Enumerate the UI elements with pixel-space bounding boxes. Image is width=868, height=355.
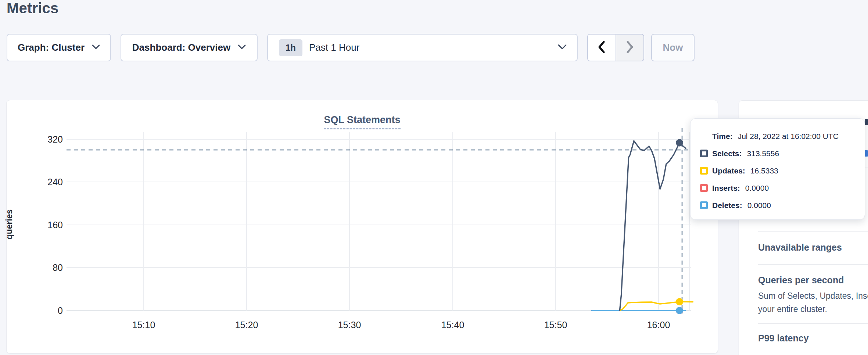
time-range-selector[interactable]: 1h Past 1 Hour [267,34,578,61]
deletes-hover-dot [676,307,683,314]
sidebar-item-description: your entire cluster. [758,304,827,314]
tooltip-series-row: Deletes: 0.0000 [700,197,865,214]
time-range-label: Past 1 Hour [309,42,359,53]
updates-legend-swatch [700,167,708,175]
chevron-down-icon [558,44,567,51]
sql-statements-chart-card: SQL Statements queries 320 240 160 80 0 … [6,100,718,354]
metrics-page: Metrics Graph: Cluster Dashboard: Overvi… [0,0,868,355]
previous-time-button[interactable] [588,35,616,61]
tooltip-time-label: Time: [712,132,733,141]
tooltip-series-value: 0.0000 [747,201,771,210]
page-title: Metrics [7,0,58,17]
graph-scope-dropdown[interactable]: Graph: Cluster [7,34,111,61]
vertical-gridlines [144,132,689,311]
time-step-buttons [587,34,644,61]
inserts-legend-swatch [700,184,708,192]
updates-hover-dot [676,298,683,305]
selects-line [620,141,686,311]
selects-hover-dot [676,139,683,146]
time-range-badge: 1h [279,39,302,56]
tooltip-series-row: Selects: 313.5556 [700,145,865,162]
sidebar-item-p99-latency: P99 latency [758,333,809,344]
chevron-down-icon [92,44,100,51]
tooltip-series-value: 16.5333 [750,166,778,175]
dashboard-dropdown[interactable]: Dashboard: Overview [121,34,258,61]
now-button[interactable]: Now [651,34,695,61]
tooltip-series-label: Updates: [712,166,745,175]
graph-scope-dropdown-label: Graph: Cluster [18,42,85,53]
clipped-text-fragment [865,119,868,125]
tooltip-series-label: Deletes: [712,201,742,210]
tooltip-series-label: Inserts: [712,184,740,193]
horizontal-gridlines [67,139,691,311]
deletes-legend-swatch [700,201,708,209]
sidebar-divider [758,231,868,232]
tooltip-series-row: Updates: 16.5333 [700,162,865,179]
tooltip-series-label: Selects: [712,149,742,158]
tooltip-time-value: Jul 28, 2022 at 16:02:00 UTC [738,132,839,141]
tooltip-series-value: 313.5556 [747,149,779,158]
next-time-button[interactable] [616,35,644,61]
selects-legend-swatch [700,150,708,157]
tooltip-time-row: Time: Jul 28, 2022 at 16:02:00 UTC [712,128,865,145]
sidebar-item-description: Sum of Selects, Updates, Inser [758,291,868,301]
chevron-down-icon [238,44,246,51]
sidebar-divider [758,264,868,265]
tooltip-series-row: Inserts: 0.0000 [700,179,865,197]
dashboard-dropdown-label: Dashboard: Overview [132,42,230,53]
tooltip-series-value: 0.0000 [745,184,769,193]
chevron-left-icon [598,41,606,55]
sidebar-divider [758,323,868,324]
chart-plot-area[interactable] [7,100,717,352]
sidebar-item-unavailable-ranges: Unavailable ranges [758,242,842,253]
chevron-right-icon [626,41,634,55]
sidebar-item-queries-per-second: Queries per second [758,275,844,286]
chart-hover-tooltip: Time: Jul 28, 2022 at 16:02:00 UTC Selec… [690,118,865,220]
